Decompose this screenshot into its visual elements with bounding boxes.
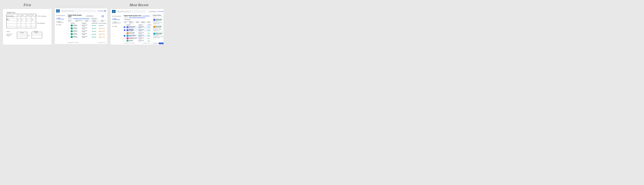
solution-cell: S SolutionSet as active xyxy=(71,33,82,35)
prev-page-btn[interactable]: ‹ xyxy=(97,42,99,43)
showing-results-recent: Showing 1-10 of 82 results xyxy=(124,43,134,44)
col-overall[interactable]: Overall Score ▾ xyxy=(92,23,98,24)
col-overall-r[interactable]: Overall ▾ xyxy=(148,25,151,26)
row-checkbox-menu[interactable] xyxy=(124,33,125,34)
svg-text:Compare: Compare xyxy=(20,32,24,33)
svg-text:New page: New page xyxy=(34,31,38,32)
page-subtitle-first: We define this as asdfasdfasdfasdf xyxy=(86,15,101,17)
compare-card-menu: M Menu Health $3.81 Overall Clinical stu… xyxy=(153,25,164,32)
row-checkbox-brightside[interactable] xyxy=(124,38,125,39)
col-solution-r[interactable]: Solution ▾ xyxy=(126,25,138,26)
grid-icon-2: ⊞ xyxy=(56,18,57,19)
compare-modern-rating: Reviews: 4.6 stars xyxy=(154,37,164,38)
col-check-r xyxy=(124,25,126,26)
data-table-recent: Solution ▾ Category ▾ Overall ▾ Efficacy… xyxy=(124,24,151,42)
efficacy-filter-recent[interactable]: Efficacy Score ▾ xyxy=(136,21,140,23)
add-filter-label-recent: Additional Filters: xyxy=(124,21,128,23)
next-page-btn-recent[interactable]: › xyxy=(149,42,151,44)
compare-spring-icon: SH xyxy=(154,19,155,21)
compare-btn[interactable]: Compare xyxy=(159,43,164,44)
svg-line-26 xyxy=(36,22,37,24)
svg-text:100: 100 xyxy=(32,19,33,21)
col-checkbox xyxy=(68,23,70,24)
sidebar-item-dhqi-dashboard[interactable]: ⊞ DHQI Dashboard xyxy=(55,15,66,17)
svg-text:80: 80 xyxy=(21,19,22,21)
col-solution[interactable]: Solution ▾ xyxy=(71,23,82,24)
spring-icon: SH xyxy=(126,26,128,28)
sidebar-item-dhqi-dashboard-recent[interactable]: ⊞ DHQI Dashboard xyxy=(111,15,122,17)
prev-page-btn-recent[interactable]: ‹ xyxy=(142,42,144,44)
dhqi-filter-recent[interactable]: DHQI Composite Score ▾ xyxy=(128,21,135,24)
compare-sidebar: Compare solutions Select certain users r… xyxy=(152,14,164,45)
learn-more-link-first[interactable]: Learn more xyxy=(102,15,106,17)
row-checkbox[interactable] xyxy=(68,25,69,26)
sidebar-item-settings-recent[interactable]: ⊕ Settings xyxy=(111,25,122,28)
company-rel-filter-recent[interactable]: Company Reliability ▾ xyxy=(140,21,146,23)
row-checkbox-takespace[interactable] xyxy=(124,30,125,31)
compare-actions: Deselect All Compare xyxy=(153,43,164,44)
sidebar-item-vendor-management[interactable]: ⊞ Vendor Management xyxy=(55,20,66,23)
svg-text:BS: BS xyxy=(114,11,115,12)
sidebar-recent: ⊞ DHQI Dashboard ⊞ DHQI Methodology ⊞ Ve… xyxy=(110,14,123,45)
subcategory-chip-recent[interactable]: Subcategory ▾ xyxy=(124,19,131,20)
svg-text:imports: imports xyxy=(6,31,10,32)
health-eq-filter-recent[interactable]: Health Equity ▾ xyxy=(147,21,151,23)
table-row: MH Modern HealthSet as active Mental Hea… xyxy=(124,35,151,37)
solution-icon: S xyxy=(71,36,72,38)
col-category-r[interactable]: Category ▾ xyxy=(138,25,147,26)
compare-spring-rating: Reviews: 4.9 stars xyxy=(154,23,164,24)
architect-badge-recent[interactable]: ⊕ Architect 👤 xyxy=(158,10,164,13)
sidebar-item-settings[interactable]: ⊕ Settings xyxy=(55,24,66,26)
efficacy-filter-first[interactable]: Efficacy Score ▾ xyxy=(84,20,91,22)
sidebar-item-dhqi-methodology[interactable]: ⊞ DHQI Methodology xyxy=(55,17,66,20)
row-checkbox-ableto[interactable] xyxy=(124,40,125,42)
table-row: SH Spring Health● 4 active Mental Health… xyxy=(124,26,151,29)
most-recent-section: Most Recent BC BS 🔍 Search for solutions… xyxy=(110,3,164,45)
compare-card-modern: MH Modern Health $3.64 Overall Clinical … xyxy=(153,32,164,39)
company-rel-filter-first[interactable]: Company Reliability ▾ xyxy=(92,20,100,22)
page-title-recent: Digital Health Quality Index xyxy=(124,15,142,17)
solution-cell-ableto: A ABLETOSet as active xyxy=(126,40,138,42)
row-checkbox[interactable] xyxy=(68,36,69,38)
row-checkbox[interactable] xyxy=(68,31,69,32)
compare-card-header-spring: SH Spring Health 96.86 Overall xyxy=(154,19,164,21)
compare-menu-rating: Reviews: 4.7 stars xyxy=(154,30,164,31)
first-app-section: BC BS NC 🔍 Search for solutions ⊕ Archit… xyxy=(54,3,108,44)
search-placeholder-recent: Search for solutions xyxy=(120,11,130,12)
row-checkbox-modern[interactable] xyxy=(124,35,125,37)
search-bar-first[interactable]: 🔍 Search for solutions xyxy=(61,10,96,12)
col-category[interactable]: Category ▾ xyxy=(82,23,92,24)
svg-text:BC: BC xyxy=(56,11,58,12)
grid-icon-r2: ⊞ xyxy=(112,19,113,20)
table-row: S SolutionSet as active Mental HealthThe… xyxy=(68,24,106,27)
row-checkbox-spring[interactable] xyxy=(124,27,125,28)
page-indicator-first: Page 1 of 2 xyxy=(100,42,104,43)
search-bar-recent[interactable]: 🔍 Search for solutions xyxy=(117,10,146,13)
deselect-all-btn[interactable]: Deselect All xyxy=(153,43,158,44)
sketch-panel: Default View Behavioral Health/ Filters/… xyxy=(3,9,52,45)
sidebar-item-dhqi-methodology-recent[interactable]: ⊞ DHQI Methodology xyxy=(111,18,122,21)
grid-icon-r3: ⊞ xyxy=(112,22,113,24)
our-methodology-link[interactable]: Our methodology xyxy=(142,15,150,16)
most-recent-label: Most Recent xyxy=(130,3,148,7)
col-efficacy[interactable]: Company Reliability ▾ xyxy=(99,23,106,24)
app-header-recent: BC BS 🔍 Search for solutions ↓ Save and … xyxy=(110,9,164,14)
category-chip-recent[interactable]: Mental Health and Neurological Health ▾ xyxy=(128,17,146,19)
first-label: First xyxy=(24,3,31,7)
most-recent-app-panel: BC BS 🔍 Search for solutions ↓ Save and … xyxy=(110,9,164,45)
next-page-btn[interactable]: › xyxy=(104,42,106,43)
sidebar-item-vendor-management-recent[interactable]: ⊞ Vendor Management ED ▾ xyxy=(111,21,122,25)
architect-badge-first[interactable]: ⊕ Architect 👤 xyxy=(98,10,106,12)
subcategory-chip-first[interactable]: Subcategory ▾ xyxy=(90,18,98,19)
svg-text:BC: BC xyxy=(112,11,113,12)
category-chip-first[interactable]: Mental Health and Neurological Health ▾ xyxy=(72,18,90,19)
compare-spring-name: Spring Health xyxy=(156,19,162,20)
logo-recent: BC BS xyxy=(112,10,116,13)
compare-card-header-menu: M Menu Health $3.81 Overall xyxy=(154,26,164,28)
row-checkbox[interactable] xyxy=(68,28,69,29)
save-export-btn[interactable]: ↓ Save and export xyxy=(148,11,157,13)
row-checkbox[interactable] xyxy=(68,34,69,35)
settings-icon-r: ⊕ xyxy=(112,26,113,27)
dhqi-filter-first[interactable]: DHQI Composite Score ▾ xyxy=(75,20,84,22)
health-eq-filter-first[interactable]: Health Equity ▾ xyxy=(100,20,106,22)
